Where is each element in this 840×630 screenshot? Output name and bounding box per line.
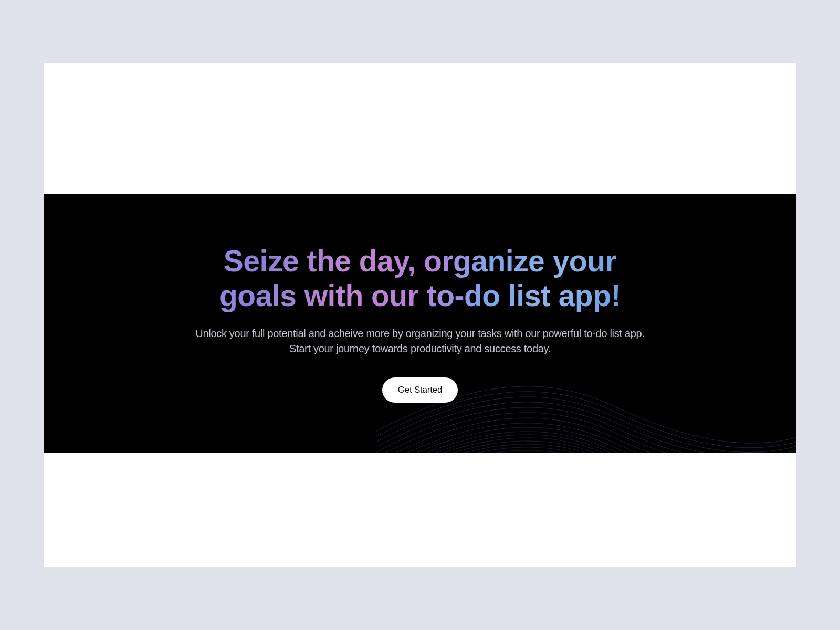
hero-section: Seize the day, organize your goals with … [44,194,796,453]
get-started-button[interactable]: Get Started [382,377,458,403]
hero-content: Seize the day, organize your goals with … [192,244,648,403]
top-spacer [44,63,796,194]
hero-headline: Seize the day, organize your goals with … [192,244,648,313]
hero-subtitle: Unlock your full potential and acheive m… [192,326,648,356]
page-frame: Seize the day, organize your goals with … [44,63,796,567]
bottom-spacer [44,453,796,567]
